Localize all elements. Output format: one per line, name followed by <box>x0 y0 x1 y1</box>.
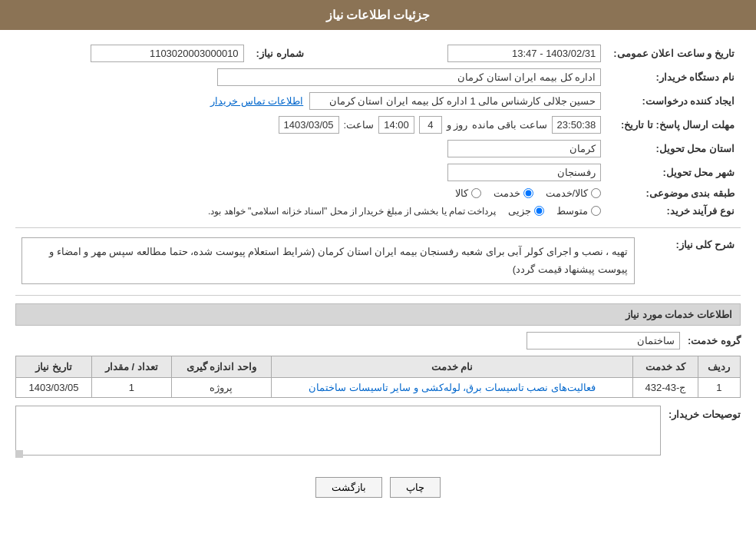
buyer-org-value: اداره کل بیمه ایران استان کرمان <box>217 68 601 86</box>
services-table-header-row: ردیف کد خدمت نام خدمت واحد اندازه گیری ت… <box>16 356 741 377</box>
process-type-options: متوسط جزیی پرداخت تمام یا بخشی از مبلغ خ… <box>21 205 601 217</box>
category-radio-goods-services[interactable] <box>591 188 601 198</box>
process-type-label: نوع فرآیند خرید: <box>607 202 741 220</box>
buyer-notes-textarea[interactable] <box>15 406 661 456</box>
cell-unit: پروژه <box>171 377 272 397</box>
process-type-note: پرداخت تمام یا بخشی از مبلغ خریدار از مح… <box>208 206 496 217</box>
delivery-city-value: رفسنجان <box>447 164 601 181</box>
category-radio-group: کالا/خدمت خدمت کالا <box>21 187 601 199</box>
remaining-time-value: 23:50:38 <box>552 116 602 134</box>
category-row: طبقه بندی موضوعی: کالا/خدمت خدمت <box>15 184 741 202</box>
response-days-value: 4 <box>419 116 442 134</box>
description-text: تهیه ، نصب و اجرای کولر آبی برای شعبه رف… <box>21 237 635 284</box>
process-minor-option: جزیی <box>508 205 544 217</box>
need-number-label: شماره نیاز: <box>250 41 350 65</box>
category-option-goods-services: کالا/خدمت <box>546 187 602 199</box>
process-medium-radio[interactable] <box>591 206 601 216</box>
category-radio-services[interactable] <box>523 188 533 198</box>
buyer-org-row: نام دستگاه خریدار: اداره کل بیمه ایران ا… <box>15 65 741 89</box>
need-number-row: تاریخ و ساعت اعلان عمومی: 1403/02/31 - 1… <box>15 41 741 65</box>
info-table: تاریخ و ساعت اعلان عمومی: 1403/02/31 - 1… <box>15 41 741 220</box>
col-service-name: نام خدمت <box>272 356 633 377</box>
services-section-header: اطلاعات خدمات مورد نیاز <box>15 303 741 326</box>
page-title: جزئیات اطلاعات نیاز <box>326 8 431 22</box>
category-option-services: خدمت <box>494 187 533 199</box>
response-time-value: 14:00 <box>378 116 414 134</box>
buyer-notes-area: توصیحات خریدار: <box>15 406 741 458</box>
category-radio-goods[interactable] <box>471 188 481 198</box>
creator-contact-link[interactable]: اطلاعات تماس خریدار <box>210 95 303 107</box>
buyer-notes-label: توصیحات خریدار: <box>669 406 741 420</box>
delivery-province-value: کرمان <box>447 140 601 157</box>
cell-date: 1403/03/05 <box>16 377 92 397</box>
category-label-goods: کالا <box>455 187 468 199</box>
response-time-label: ساعت: <box>344 119 375 131</box>
bottom-buttons: چاپ بازگشت <box>15 465 741 509</box>
category-label-services: خدمت <box>494 187 520 199</box>
table-row: 1 ج-43-432 فعالیت‌های نصب تاسیسات برق، ل… <box>16 377 741 397</box>
announce-datetime-value: 1403/02/31 - 13:47 <box>447 45 601 62</box>
process-minor-radio[interactable] <box>534 206 544 216</box>
delivery-city-label: شهر محل تحویل: <box>607 161 741 184</box>
divider-2 <box>15 295 741 296</box>
process-medium-option: متوسط <box>556 205 601 217</box>
creator-label: ایجاد کننده درخواست: <box>607 89 741 113</box>
delivery-province-label: استان محل تحویل: <box>607 137 741 161</box>
remaining-time-label: ساعت باقی مانده <box>472 119 546 131</box>
process-type-row: نوع فرآیند خرید: متوسط جزیی پرداخت تمام … <box>15 202 741 220</box>
group-service-value: ساختمان <box>527 332 680 350</box>
category-label: طبقه بندی موضوعی: <box>607 184 741 202</box>
category-label-goods-services: کالا/خدمت <box>546 187 589 199</box>
services-table: ردیف کد خدمت نام خدمت واحد اندازه گیری ت… <box>15 356 741 398</box>
resize-handle <box>15 450 23 458</box>
cell-qty: 1 <box>92 377 172 397</box>
description-row: شرح کلی نیاز: تهیه ، نصب و اجرای کولر آب… <box>15 234 741 287</box>
cell-service-name: فعالیت‌های نصب تاسیسات برق، لوله‌کشی و س… <box>272 377 633 397</box>
buyer-org-label: نام دستگاه خریدار: <box>607 65 741 89</box>
need-number-value: 1103020003000010 <box>91 45 244 62</box>
announce-datetime-label: تاریخ و ساعت اعلان عمومی: <box>607 41 741 65</box>
description-label: شرح کلی نیاز: <box>641 234 741 287</box>
creator-row: ایجاد کننده درخواست: حسین جلالی کارشناس … <box>15 89 741 113</box>
response-deadline-row: مهلت ارسال پاسخ: تا تاریخ: 23:50:38 ساعت… <box>15 113 741 137</box>
group-service-label: گروه خدمت: <box>688 335 741 346</box>
page-header: جزئیات اطلاعات نیاز <box>0 0 756 30</box>
response-days-label: روز و <box>447 119 468 131</box>
process-minor-label: جزیی <box>508 205 531 217</box>
col-date: تاریخ نیاز <box>16 356 92 377</box>
city-row: شهر محل تحویل: رفسنجان <box>15 161 741 184</box>
province-row: استان محل تحویل: کرمان <box>15 137 741 161</box>
page-wrapper: جزئیات اطلاعات نیاز تاریخ و ساعت اعلان ع… <box>0 0 756 540</box>
response-date-value: 1403/03/05 <box>279 116 339 134</box>
category-option-goods: کالا <box>455 187 481 199</box>
back-button[interactable]: بازگشت <box>315 477 382 498</box>
response-deadline-label: مهلت ارسال پاسخ: تا تاریخ: <box>607 113 741 137</box>
content-area: تاریخ و ساعت اعلان عمومی: 1403/02/31 - 1… <box>0 30 756 521</box>
group-service-row: گروه خدمت: ساختمان <box>15 332 741 350</box>
col-service-code: کد خدمت <box>633 356 698 377</box>
process-medium-label: متوسط <box>556 205 588 217</box>
creator-value: حسین جلالی کارشناس مالی 1 اداره کل بیمه … <box>309 92 601 110</box>
description-table: شرح کلی نیاز: تهیه ، نصب و اجرای کولر آب… <box>15 234 741 287</box>
col-qty: تعداد / مقدار <box>92 356 172 377</box>
col-row-num: ردیف <box>698 356 740 377</box>
print-button[interactable]: چاپ <box>390 477 441 498</box>
cell-service-code: ج-43-432 <box>633 377 698 397</box>
col-unit: واحد اندازه گیری <box>171 356 272 377</box>
divider-1 <box>15 227 741 228</box>
cell-row-num: 1 <box>698 377 740 397</box>
